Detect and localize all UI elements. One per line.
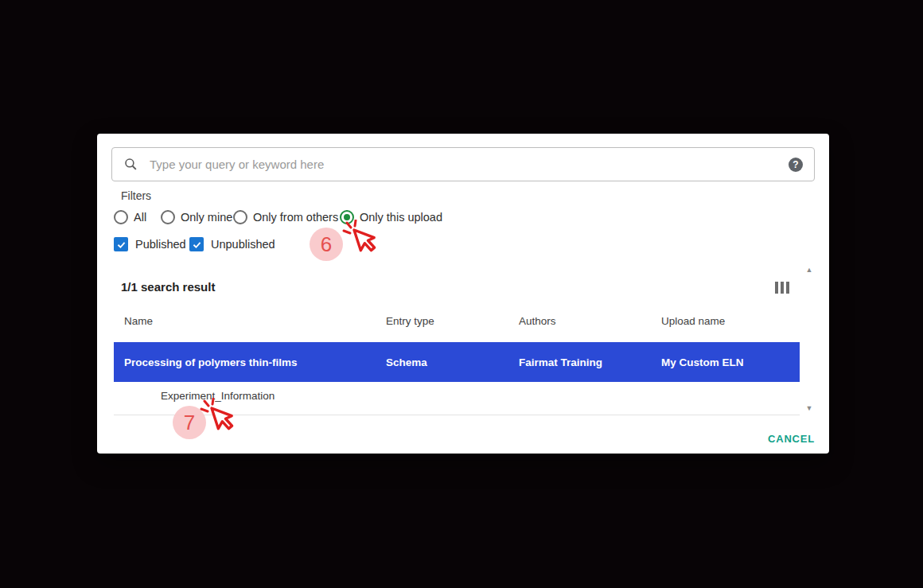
mcol-entry-type: Entry type: [386, 315, 434, 327]
radio-icon: [114, 210, 128, 224]
radio-label-only-from-others: Only from others: [253, 211, 338, 224]
result-entry-type: Schema: [386, 356, 427, 368]
result-row-selected[interactable]: Processing of polymers thin-films Schema…: [114, 342, 800, 382]
radio-label-all: All: [134, 211, 146, 224]
mcol-authors: Authors: [519, 315, 556, 327]
mcol-name: Name: [124, 315, 153, 327]
radio-icon: [233, 210, 247, 224]
results-scroll-down-icon[interactable]: ▼: [804, 404, 815, 412]
filters-label: Filters: [121, 189, 151, 202]
click-cursor-icon: [341, 220, 380, 264]
help-icon[interactable]: ?: [789, 158, 803, 172]
columns-settings-icon[interactable]: [775, 282, 789, 294]
click-cursor-icon: [198, 398, 238, 442]
result-upload-name: My Custom ELN: [661, 356, 744, 368]
checkbox-label-unpublished: Unpublished: [211, 238, 275, 251]
cancel-button[interactable]: CANCEL: [768, 433, 815, 445]
result-authors: Fairmat Training: [519, 356, 602, 368]
checkbox-option-1[interactable]: Unpublished: [189, 237, 275, 251]
radio-label-only-mine: Only mine: [181, 211, 232, 224]
result-name: Processing of polymers thin-films: [124, 356, 298, 368]
checkbox-checked-icon: [189, 237, 204, 251]
checkbox-option-0[interactable]: Published: [114, 237, 186, 251]
radio-option-2[interactable]: Only from others: [233, 210, 338, 224]
radio-icon: [161, 210, 175, 224]
results-count: 1/1 search result: [121, 280, 215, 294]
search-input[interactable]: [148, 157, 779, 172]
results-scroll-up-icon[interactable]: ▲: [804, 266, 815, 274]
screen: PUBLISH EXPLORE ANALYZE ABOUT Your uploa…: [0, 0, 923, 588]
checkbox-checked-icon: [114, 237, 128, 251]
search-box: ?: [111, 147, 815, 181]
radio-option-0[interactable]: All: [114, 210, 146, 224]
radio-option-1[interactable]: Only mine: [161, 210, 232, 224]
mcol-upload-name: Upload name: [661, 315, 725, 327]
annotation-step-badge-6: 6: [310, 228, 343, 261]
search-icon: [123, 157, 138, 172]
checkbox-label-published: Published: [135, 238, 186, 251]
